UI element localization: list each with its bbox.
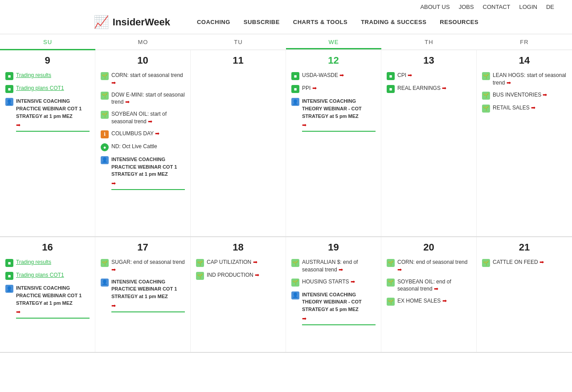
columbus-text: COLUMBUS DAY ➡ [111, 130, 185, 137]
day-14: 14 🌱 LEAN HOGS: start of seasonal trend … [477, 50, 572, 236]
header-su: SU [0, 34, 95, 50]
event-coaching-9: 👤 INTENSIVE COACHING PRACTICE WEBINAR CO… [5, 97, 90, 132]
event-cattle-10: ● ND: Oct Live Cattle [101, 143, 185, 151]
logo-icon: 📈 [94, 15, 109, 29]
day-21: 21 🌱 CATTLE ON FEED ➡ [477, 237, 572, 352]
event-dow-10: 🌱 DOW E-MINI: start of seasonal trend ➡ [101, 91, 185, 106]
cattle-icon: ● [101, 143, 109, 151]
trading-results-icon-16: ■ [5, 259, 13, 267]
nav-trading-success[interactable]: TRADING & SUCCESS [361, 19, 426, 25]
logo[interactable]: 📈 InsiderWeek [94, 15, 170, 29]
contact-link[interactable]: CONTACT [483, 4, 511, 10]
nav-bar: 📈 InsiderWeek COACHING SUBSCRIBE CHARTS … [0, 12, 572, 34]
nav-coaching[interactable]: COACHING [197, 19, 230, 25]
trading-plans-link[interactable]: Trading plans COT1 [16, 85, 90, 92]
soybean-end-icon: 🌱 [387, 279, 395, 287]
event-corn-20: 🌱 CORN: end of seasonal trend ➡ [387, 259, 471, 274]
day-19-number: 19 [291, 242, 376, 253]
site-name: InsiderWeek [113, 16, 170, 28]
event-trading-results-9: ■ Trading results [5, 72, 90, 80]
corn-icon: 🌱 [101, 72, 109, 80]
calendar: SU MO TU WE TH FR 9 ■ Trading results ■ … [0, 34, 572, 353]
day-11: 11 [191, 50, 286, 236]
cap-util-text: CAP UTILIZATION ➡ [207, 259, 280, 266]
coaching-icon-12: 👤 [291, 98, 299, 106]
de-link[interactable]: DE [546, 4, 554, 10]
event-cap-util-18: 🌱 CAP UTILIZATION ➡ [196, 259, 280, 267]
event-usda-12: ■ USDA-WASDE ➡ [291, 72, 376, 80]
event-cattle-21: 🌱 CATTLE ON FEED ➡ [482, 259, 567, 267]
usda-text: USDA-WASDE ➡ [302, 72, 376, 79]
bus-inv-icon: 🌱 [482, 92, 490, 100]
event-housing-19: 🌱 HOUSING STARTS ➡ [291, 278, 376, 287]
cattle-feed-text: CATTLE ON FEED ➡ [493, 259, 567, 266]
day-10-number: 10 [101, 55, 185, 66]
day-13-number: 13 [387, 55, 471, 66]
trading-results-link-16[interactable]: Trading results [16, 259, 90, 266]
ex-home-icon: 🌱 [387, 298, 395, 306]
day-18-number: 18 [196, 242, 280, 253]
header-tu: TU [191, 34, 286, 49]
trading-plans-icon-16: ■ [5, 272, 13, 280]
event-aud-19: 🌱 AUSTRALIAN $: end of seasonal trend ➡ [291, 259, 376, 274]
cattle-text: ND: Oct Live Cattle [111, 143, 185, 150]
cap-util-icon: 🌱 [196, 259, 204, 267]
housing-icon: 🌱 [291, 279, 299, 287]
day-headers: SU MO TU WE TH FR [0, 34, 572, 50]
coaching-icon-10: 👤 [101, 156, 109, 164]
week-2: 16 ■ Trading results ■ Trading plans COT… [0, 237, 572, 353]
nav-charts-tools[interactable]: CHARTS & TOOLS [293, 19, 347, 25]
corn-end-icon: 🌱 [387, 259, 395, 267]
coaching-text-12: INTENSIVE COACHING THEORY WEBINAR - COT … [302, 97, 376, 132]
sugar-icon: 🌱 [101, 259, 109, 267]
coaching-text-10: INTENSIVE COACHING PRACTICE WEBINAR COT … [111, 156, 185, 190]
day-18: 18 🌱 CAP UTILIZATION ➡ 🌱 IND PRODUCTION … [191, 237, 286, 352]
retail-text: RETAIL SALES ➡ [493, 104, 567, 112]
coaching-icon-19: 👤 [291, 291, 299, 299]
event-retail-14: 🌱 RETAIL SALES ➡ [482, 104, 567, 113]
event-ppi-12: ■ PPI ➡ [291, 85, 376, 93]
nav-resources[interactable]: RESOURCES [440, 19, 478, 25]
jobs-link[interactable]: JOBS [459, 4, 474, 10]
usda-icon: ■ [291, 72, 299, 80]
ind-prod-text: IND PRODUCTION ➡ [207, 271, 280, 279]
trading-results-link[interactable]: Trading results [16, 72, 90, 79]
event-trading-results-16: ■ Trading results [5, 259, 90, 267]
event-coaching-16: 👤 INTENSIVE COACHING PRACTICE WEBINAR CO… [5, 284, 90, 319]
ppi-text: PPI ➡ [302, 85, 376, 92]
event-trading-plans-9: ■ Trading plans COT1 [5, 85, 90, 93]
login-link[interactable]: LOGIN [519, 4, 537, 10]
trading-plans-link-16[interactable]: Trading plans COT1 [16, 271, 90, 279]
event-coaching-10: 👤 INTENSIVE COACHING PRACTICE WEBINAR CO… [101, 156, 185, 190]
day-16-number: 16 [5, 242, 90, 253]
dow-icon: 🌱 [101, 92, 109, 100]
coaching-text-9: INTENSIVE COACHING PRACTICE WEBINAR COT … [16, 97, 90, 132]
header-mo: MO [95, 34, 191, 49]
event-soybean-10: 🌱 SOYBEAN OIL: start of seasonal trend ➡ [101, 110, 185, 125]
bus-inv-text: BUS INVENTORIES ➡ [493, 91, 567, 99]
event-trading-plans-16: ■ Trading plans COT1 [5, 271, 90, 280]
coaching-icon-17: 👤 [101, 279, 109, 287]
coaching-text-19: INTENSIVE COACHING THEORY WEBINAR - COT … [302, 291, 376, 325]
coaching-text-16: INTENSIVE COACHING PRACTICE WEBINAR COT … [16, 284, 90, 319]
day-20-number: 20 [387, 242, 471, 253]
coaching-icon-16: 👤 [5, 285, 13, 293]
day-17-number: 17 [101, 242, 185, 253]
about-us-link[interactable]: ABOUT US [420, 4, 449, 10]
day-20: 20 🌱 CORN: end of seasonal trend ➡ 🌱 SOY… [381, 237, 477, 352]
event-coaching-12: 👤 INTENSIVE COACHING THEORY WEBINAR - CO… [291, 97, 376, 132]
day-11-number: 11 [196, 55, 280, 66]
event-soybean-20: 🌱 SOYBEAN OIL: end of seasonal trend ➡ [387, 278, 471, 293]
day-12-number: 12 [291, 55, 376, 66]
soybean-end-text: SOYBEAN OIL: end of seasonal trend ➡ [397, 278, 471, 293]
nav-subscribe[interactable]: SUBSCRIBE [244, 19, 280, 25]
cpi-text: CPI ➡ [397, 72, 471, 79]
lean-hogs-icon: 🌱 [482, 72, 490, 80]
day-17: 17 🌱 SUGAR: end of seasonal trend ➡ 👤 IN… [95, 237, 191, 352]
top-bar: ABOUT US JOBS CONTACT LOGIN DE [0, 0, 572, 12]
ppi-icon: ■ [291, 85, 299, 93]
event-coaching-17: 👤 INTENSIVE COACHING PRACTICE WEBINAR CO… [101, 278, 185, 312]
corn-end-text: CORN: end of seasonal trend ➡ [397, 259, 471, 274]
real-earnings-icon: ■ [387, 85, 395, 93]
event-sugar-17: 🌱 SUGAR: end of seasonal trend ➡ [101, 259, 185, 274]
